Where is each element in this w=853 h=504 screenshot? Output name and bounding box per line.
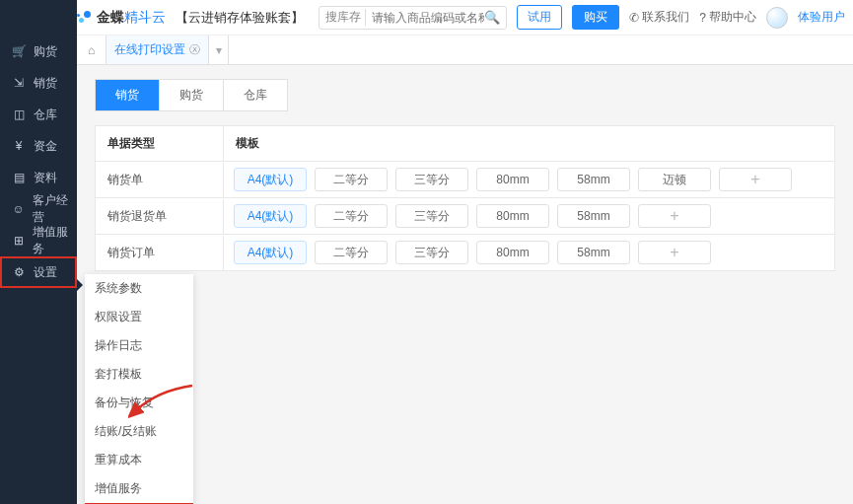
- sidebar-item-data[interactable]: ▤资料: [0, 162, 77, 193]
- submenu-vas[interactable]: 增值服务: [85, 474, 193, 503]
- section-tabs: 销货 购货 仓库: [95, 79, 288, 111]
- sale-icon: ⇲: [12, 76, 26, 90]
- add-template-button[interactable]: +: [638, 204, 711, 228]
- row-type: 销货单: [96, 163, 224, 197]
- row-type: 销货退货单: [96, 199, 224, 234]
- old-templates-link[interactable]: 查看旧版模板 →: [95, 283, 835, 300]
- table-row: 销货订单A4(默认)二等分三等分80mm58mm+: [96, 235, 834, 270]
- row-type: 销货订单: [96, 236, 224, 270]
- submenu-close[interactable]: 结账/反结账: [85, 417, 193, 446]
- add-template-button[interactable]: +: [719, 168, 792, 191]
- sidebar: 🛒购货 ⇲销货 ◫仓库 ¥资金 ▤资料 ☺客户经营 ⊞增值服务 ⚙设置: [0, 0, 77, 504]
- template-option[interactable]: 三等分: [395, 241, 468, 264]
- search-input[interactable]: [366, 11, 484, 25]
- sidebar-item-fund[interactable]: ¥资金: [0, 130, 77, 162]
- account-name: 【云进销存体验账套】: [176, 9, 304, 27]
- sidebar-item-purchase[interactable]: 🛒购货: [0, 36, 77, 67]
- submenu-sysparam[interactable]: 系统参数: [85, 274, 193, 303]
- tab-dropdown[interactable]: ▾: [209, 36, 229, 64]
- sidebar-item-sale[interactable]: ⇲销货: [0, 67, 77, 99]
- doc-icon: ▤: [12, 171, 26, 184]
- sidebar-item-vas[interactable]: ⊞增值服务: [0, 225, 77, 256]
- submenu-printtpl[interactable]: 套打模板: [85, 360, 193, 389]
- cart-icon: 🛒: [12, 44, 26, 58]
- template-option[interactable]: 80mm: [476, 204, 549, 228]
- template-option[interactable]: 二等分: [315, 204, 388, 228]
- submenu-backup[interactable]: 备份与恢复: [85, 389, 193, 417]
- contact-link[interactable]: ✆联系我们: [629, 9, 689, 26]
- template-option[interactable]: 80mm: [476, 168, 549, 191]
- search-icon[interactable]: 🔍: [484, 10, 500, 25]
- help-icon: ?: [699, 11, 706, 25]
- warehouse-icon: ◫: [12, 108, 26, 121]
- vas-icon: ⊞: [12, 234, 25, 248]
- template-option[interactable]: 三等分: [395, 168, 468, 191]
- search-box[interactable]: 搜库存 🔍: [319, 6, 507, 30]
- sidebar-pointer: [77, 279, 83, 291]
- template-option[interactable]: 二等分: [315, 241, 388, 264]
- tab-onlineprint[interactable]: 在线打印设置ⓧ: [107, 36, 209, 64]
- main-content: 销货 购货 仓库 单据类型 模板 销货单A4(默认)二等分三等分80mm58mm…: [77, 65, 853, 314]
- submenu-perm[interactable]: 权限设置: [85, 303, 193, 331]
- template-option[interactable]: 二等分: [315, 168, 388, 191]
- table-row: 销货退货单A4(默认)二等分三等分80mm58mm+: [96, 198, 834, 235]
- section-tab-purchase[interactable]: 购货: [160, 80, 224, 110]
- col-header-template: 模板: [224, 126, 834, 161]
- table-row: 销货单A4(默认)二等分三等分80mm58mm迈顿+: [96, 162, 834, 198]
- template-option[interactable]: A4(默认): [234, 241, 307, 264]
- settings-submenu: 系统参数 权限设置 操作日志 套打模板 备份与恢复 结账/反结账 重算成本 增值…: [85, 274, 193, 504]
- tab-home[interactable]: ⌂: [77, 36, 107, 64]
- template-option[interactable]: 58mm: [557, 204, 630, 228]
- logo-text: 金蝶精斗云: [97, 9, 166, 27]
- help-link[interactable]: ?帮助中心: [699, 9, 756, 26]
- template-option[interactable]: 80mm: [476, 241, 549, 264]
- row-options: A4(默认)二等分三等分80mm58mm+: [224, 198, 834, 234]
- money-icon: ¥: [12, 139, 26, 153]
- user-name[interactable]: 体验用户: [798, 9, 845, 26]
- logo-icon: [77, 10, 93, 26]
- avatar[interactable]: [766, 7, 788, 29]
- close-icon[interactable]: ⓧ: [189, 42, 200, 57]
- gear-icon: ⚙: [12, 265, 26, 279]
- buy-button[interactable]: 购买: [572, 5, 619, 30]
- crm-icon: ☺: [12, 202, 25, 216]
- template-option[interactable]: 58mm: [557, 241, 630, 264]
- tab-bar: ⌂ 在线打印设置ⓧ ▾: [0, 36, 853, 65]
- search-label: 搜库存: [325, 9, 366, 26]
- submenu-log[interactable]: 操作日志: [85, 331, 193, 360]
- template-table: 单据类型 模板 销货单A4(默认)二等分三等分80mm58mm迈顿+销货退货单A…: [95, 125, 835, 271]
- sidebar-item-settings[interactable]: ⚙设置: [0, 256, 77, 288]
- submenu-recalc[interactable]: 重算成本: [85, 446, 193, 474]
- trial-button[interactable]: 试用: [517, 5, 562, 30]
- add-template-button[interactable]: +: [638, 241, 711, 264]
- sidebar-item-warehouse[interactable]: ◫仓库: [0, 99, 77, 130]
- row-options: A4(默认)二等分三等分80mm58mm+: [224, 235, 834, 270]
- template-option[interactable]: A4(默认): [234, 168, 307, 191]
- row-options: A4(默认)二等分三等分80mm58mm迈顿+: [224, 162, 834, 197]
- phone-icon: ✆: [629, 11, 639, 25]
- col-header-type: 单据类型: [96, 126, 224, 161]
- section-tab-sale[interactable]: 销货: [96, 80, 160, 110]
- template-option[interactable]: 58mm: [557, 168, 630, 191]
- section-tab-warehouse[interactable]: 仓库: [224, 80, 287, 110]
- sidebar-item-crm[interactable]: ☺客户经营: [0, 193, 77, 225]
- template-option[interactable]: A4(默认): [234, 204, 307, 228]
- template-option[interactable]: 三等分: [395, 204, 468, 228]
- template-option-extra[interactable]: 迈顿: [638, 168, 711, 191]
- app-header: 金蝶精斗云 【云进销存体验账套】 搜库存 🔍 试用 购买 ✆联系我们 ?帮助中心…: [0, 0, 853, 36]
